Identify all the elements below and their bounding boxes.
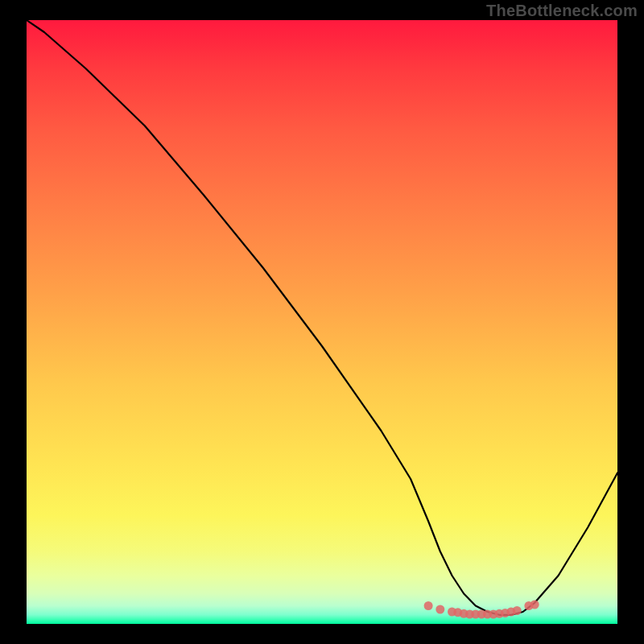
gradient-plot-area [27,20,617,624]
chart-frame: TheBottleneck.com [0,0,644,644]
watermark-text: TheBottleneck.com [486,2,638,20]
